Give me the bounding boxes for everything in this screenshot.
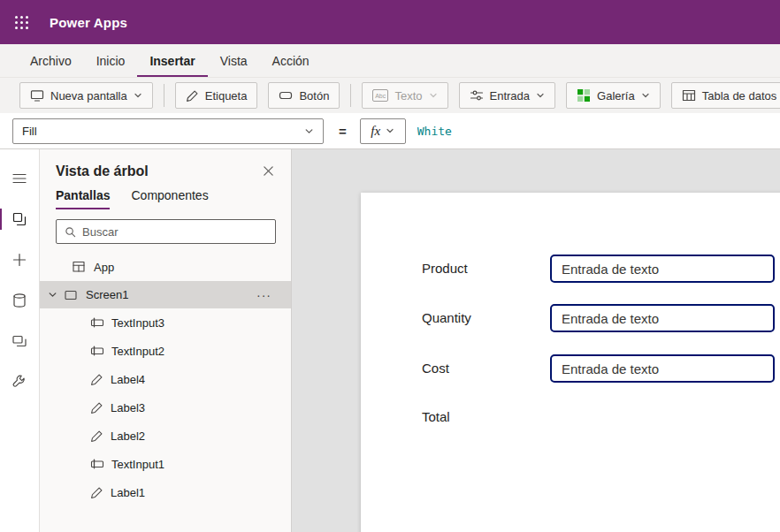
- textinput-icon: [90, 315, 104, 330]
- menu-item-vista[interactable]: Vista: [208, 44, 260, 77]
- tab-componentes[interactable]: Componentes: [131, 188, 208, 209]
- menu-item-insertar[interactable]: Insertar: [137, 44, 207, 77]
- abc-text-icon: Abc: [372, 89, 388, 102]
- plus-icon: [12, 253, 27, 267]
- ribbon-divider: [164, 84, 164, 107]
- tree-item-textinput3[interactable]: TextInput3: [40, 308, 291, 337]
- tree-view-panel: Vista de árbol Pantallas Componentes App: [40, 149, 292, 532]
- textinput-icon: [90, 344, 104, 358]
- advanced-tools-icon: [11, 374, 27, 390]
- tab-pantallas[interactable]: Pantallas: [56, 188, 110, 209]
- database-icon: [11, 293, 27, 308]
- menu-item-accion[interactable]: Acción: [260, 44, 322, 77]
- tree-item-label: Label2: [111, 429, 145, 443]
- gallery-menu-label: Galería: [597, 89, 635, 103]
- label-icon: [90, 373, 103, 386]
- app-title: Power Apps: [50, 15, 127, 30]
- advanced-tools-button[interactable]: [0, 361, 39, 402]
- more-options-button[interactable]: ···: [256, 281, 271, 308]
- data-table-button[interactable]: Tabla de datos: [671, 82, 780, 109]
- close-panel-button[interactable]: [260, 163, 277, 179]
- equals-sign: =: [339, 124, 347, 139]
- pencil-icon: [186, 89, 199, 103]
- menu-item-inicio[interactable]: Inicio: [84, 44, 138, 77]
- media-button[interactable]: [0, 321, 39, 361]
- tree-item-textinput1[interactable]: TextInput1: [40, 450, 291, 478]
- fx-selector[interactable]: fx: [360, 118, 406, 144]
- data-table-label: Tabla de datos: [702, 89, 777, 103]
- app-launcher-button[interactable]: [0, 0, 42, 44]
- design-canvas-area: Product Entrada de texto Quantity Entrad…: [292, 149, 780, 532]
- tree-item-screen1[interactable]: Screen1 ···: [40, 281, 291, 308]
- power-apps-studio: Power Apps Archivo Inicio Insertar Vista…: [0, 0, 780, 532]
- gallery-grid-icon: [577, 88, 591, 103]
- cost-label-control[interactable]: Cost: [422, 361, 449, 376]
- tree-item-label: TextInput3: [111, 316, 164, 330]
- collapse-menu-button[interactable]: [0, 158, 39, 199]
- insert-button[interactable]: [0, 239, 39, 280]
- product-textinput-control[interactable]: Entrada de texto: [550, 255, 775, 283]
- textinput-icon: [90, 457, 104, 471]
- screen-icon: [30, 88, 44, 103]
- text-menu-label: Texto: [394, 89, 422, 103]
- tree-panel-tabs: Pantallas Componentes: [40, 181, 291, 209]
- chevron-down-icon: [429, 91, 438, 100]
- app-icon: [72, 260, 86, 274]
- screen1-canvas[interactable]: Product Entrada de texto Quantity Entrad…: [361, 193, 780, 532]
- tree-item-textinput2[interactable]: TextInput2: [40, 337, 291, 365]
- expand-chevron-icon[interactable]: [48, 290, 57, 300]
- close-icon: [263, 165, 274, 177]
- chevron-down-icon: [536, 91, 545, 100]
- chevron-down-icon: [304, 126, 314, 136]
- tree-item-label: TextInput1: [111, 458, 164, 471]
- label-button[interactable]: Etiqueta: [175, 82, 258, 109]
- left-navigation-rail: [0, 149, 40, 532]
- search-input[interactable]: [82, 225, 267, 239]
- fx-label: fx: [371, 124, 380, 139]
- gallery-menu-button[interactable]: Galería: [566, 82, 661, 109]
- media-screens-icon: [11, 333, 27, 349]
- tree-item-label: Label3: [111, 401, 145, 414]
- label-icon: [90, 401, 103, 414]
- tree-item-label2[interactable]: Label2: [40, 422, 291, 450]
- product-label-control[interactable]: Product: [422, 261, 468, 276]
- text-menu-button[interactable]: Abc Texto: [362, 82, 447, 109]
- new-screen-button[interactable]: Nueva pantalla: [19, 82, 153, 109]
- label-button-label: Etiqueta: [205, 89, 248, 103]
- screen-icon: [64, 288, 78, 302]
- tree-view-icon: [11, 211, 27, 227]
- tree-item-label1[interactable]: Label1: [40, 478, 291, 506]
- tree-item-label3[interactable]: Label3: [40, 393, 291, 422]
- tree-item-label: Label1: [111, 486, 145, 499]
- tree-item-label4[interactable]: Label4: [40, 365, 291, 393]
- data-button[interactable]: [0, 280, 39, 321]
- formula-bar: Fill = fx: [0, 113, 780, 149]
- tree-panel-header: Vista de árbol: [40, 149, 291, 181]
- chevron-down-icon: [386, 126, 394, 135]
- quantity-label-control[interactable]: Quantity: [422, 310, 471, 325]
- menu-item-archivo[interactable]: Archivo: [18, 44, 84, 77]
- property-selector[interactable]: Fill: [12, 118, 324, 144]
- tree-item-label: Label4: [111, 373, 145, 386]
- cost-textinput-control[interactable]: Entrada de texto: [550, 354, 775, 383]
- label-icon: [90, 486, 103, 499]
- input-menu-label: Entrada: [490, 89, 531, 103]
- search-icon: [65, 226, 76, 238]
- input-menu-button[interactable]: Entrada: [459, 82, 556, 109]
- button-button[interactable]: Botón: [268, 82, 340, 109]
- quantity-textinput-control[interactable]: Entrada de texto: [550, 304, 775, 332]
- menu-bar: Archivo Inicio Insertar Vista Acción: [0, 44, 780, 77]
- property-name: Fill: [22, 125, 37, 138]
- top-app-bar: Power Apps: [0, 0, 780, 44]
- formula-input[interactable]: [417, 125, 780, 138]
- tree-item-label: TextInput2: [111, 345, 164, 358]
- tree-item-app[interactable]: App: [40, 253, 291, 281]
- tree-panel-title: Vista de árbol: [56, 163, 149, 179]
- tree-item-label: Screen1: [86, 288, 128, 301]
- tree-view-button[interactable]: [0, 199, 39, 239]
- chevron-down-icon: [134, 91, 142, 100]
- total-label-control[interactable]: Total: [422, 409, 450, 424]
- svg-text:Abc: Abc: [376, 93, 387, 99]
- tree-search-box: [56, 219, 276, 244]
- tree-item-label: App: [94, 261, 114, 274]
